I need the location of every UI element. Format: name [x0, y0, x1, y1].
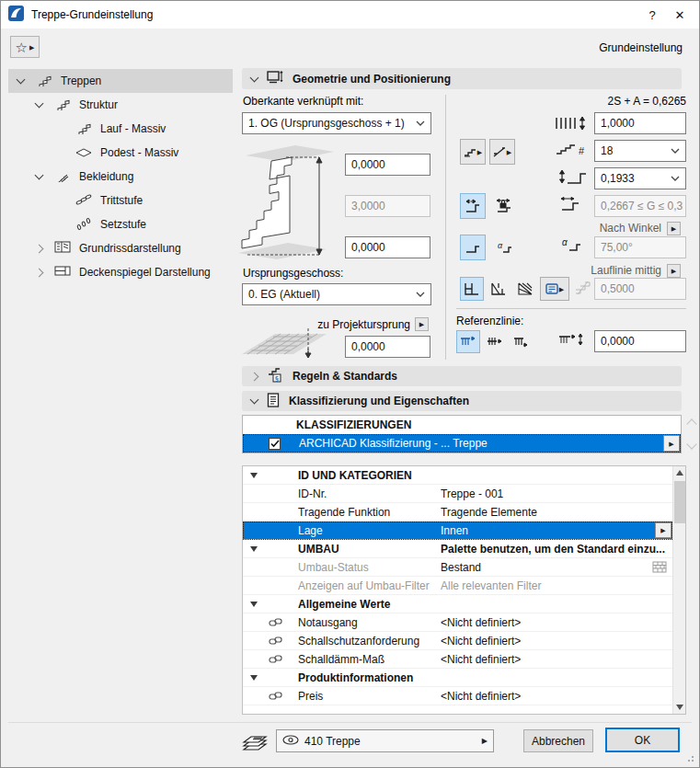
plan-options-button[interactable]: ▶ — [540, 277, 569, 301]
chevron-down-icon — [671, 176, 680, 181]
close-button[interactable]: ✕ — [666, 2, 694, 28]
stair-plan-winder-icon — [517, 281, 534, 296]
ref-left-toggle[interactable] — [456, 330, 480, 353]
classifications-header-row: KLASSIFIZIERUNGEN — [243, 416, 681, 434]
property-row[interactable]: Umbau-Status Bestand — [243, 558, 672, 577]
layers-icon — [242, 731, 270, 754]
tread-locked-toggle[interactable] — [491, 193, 517, 219]
tread-auto-toggle[interactable] — [460, 193, 486, 219]
link-icon — [269, 653, 282, 666]
by-angle-label: Nach Winkel — [553, 222, 661, 235]
by-angle-flyout-button[interactable]: ▶ — [667, 222, 681, 235]
property-label: Anzeigen auf Umbau-Filter — [298, 579, 441, 592]
settings-tree: Treppen Struktur Lauf - Massiv Podest - … — [8, 69, 233, 284]
chevron-right-icon[interactable] — [35, 268, 44, 277]
group-collapse-icon[interactable] — [250, 546, 258, 552]
project-origin-flyout-button[interactable]: ▶ — [415, 317, 429, 331]
tree-item-struktur[interactable]: Struktur — [8, 93, 233, 117]
tree-item-deckenspiegel[interactable]: Deckenspiegel Darstellung — [8, 260, 233, 284]
property-label: ID-Nr. — [298, 487, 441, 500]
scroll-up-icon[interactable] — [676, 470, 683, 476]
offset-bottom-input[interactable]: 0,0000 — [345, 236, 430, 258]
tread-icon — [75, 192, 93, 209]
property-flyout-button[interactable]: ▶ — [655, 522, 671, 538]
section-rules-header[interactable]: § Regeln & Standards — [242, 366, 682, 386]
property-row[interactable]: Preis <Nicht definiert> — [243, 687, 672, 705]
ok-button[interactable]: OK — [605, 728, 680, 752]
property-group-row[interactable]: Allgemeine Werte — [243, 595, 672, 613]
home-story-select[interactable]: 0. EG (Aktuell) — [242, 283, 431, 305]
riser-count-select[interactable]: 18 — [594, 140, 686, 162]
property-row[interactable]: Notausgang <Nicht definiert> — [243, 613, 672, 632]
checkbox-checked-icon[interactable] — [269, 438, 281, 450]
top-story-select[interactable]: 1. OG (Ursprungsgeschoss + 1) — [242, 112, 431, 134]
cancel-button[interactable]: Abbrechen — [523, 729, 593, 752]
stair-structure-icon — [53, 97, 72, 113]
ref-right-toggle[interactable] — [510, 330, 534, 353]
scroll-up-icon[interactable] — [686, 418, 696, 429]
plan-winder-toggle[interactable] — [513, 277, 537, 301]
property-value: <Nicht definiert> — [441, 690, 672, 703]
plan-l-toggle[interactable] — [487, 277, 511, 301]
tree-item-grundrissdarstellung[interactable]: Grundrissdarstellung — [8, 236, 233, 260]
property-row[interactable]: Schallschutzanforderung <Nicht definiert… — [243, 632, 672, 650]
group-collapse-icon[interactable] — [250, 602, 258, 607]
tree-item-setzstufe[interactable]: Setzstufe — [8, 212, 233, 236]
stair-geometry-method-button[interactable]: ▶ — [460, 139, 486, 165]
offset-top-input[interactable]: 0,0000 — [345, 154, 430, 176]
ceiling-plan-icon — [53, 264, 72, 281]
property-value: <Nicht definiert> — [441, 635, 672, 648]
help-button[interactable]: ? — [638, 2, 666, 28]
stair-width-input[interactable]: 1,0000 — [594, 112, 686, 134]
property-row[interactable]: Anzeigen auf Umbau-Filter Alle relevante… — [243, 577, 672, 595]
tree-item-lauf-massiv[interactable]: Lauf - Massiv — [8, 117, 233, 141]
tree-item-bekleidung[interactable]: Bekleidung — [8, 165, 233, 189]
property-row-selected[interactable]: Lage Innen ▶ — [243, 522, 672, 540]
property-group-row[interactable]: ID UND KATEGORIEN — [243, 466, 672, 485]
chevron-down-icon[interactable] — [35, 99, 44, 109]
classification-flyout-button[interactable]: ▶ — [663, 435, 680, 452]
project-origin-input[interactable]: 0,0000 — [345, 336, 430, 358]
tree-item-label: Deckenspiegel Darstellung — [79, 266, 211, 279]
section-title: Regeln & Standards — [293, 370, 397, 383]
properties-scrollbar[interactable] — [672, 466, 685, 714]
layer-select[interactable]: 410 Treppe ▶ — [276, 729, 494, 752]
scroll-down-icon[interactable] — [676, 705, 683, 710]
walkline-flyout-button[interactable]: ▶ — [667, 264, 681, 278]
chevron-down-icon[interactable] — [17, 75, 26, 85]
offset-bottom-value: 0,0000 — [351, 241, 385, 254]
classifications-header: KLASSIFIZIERUNGEN — [296, 418, 411, 431]
chevron-right-icon[interactable] — [35, 244, 44, 253]
property-group-row[interactable]: UMBAU Palette benutzen, um den Standard … — [243, 540, 672, 558]
property-row[interactable]: Schalldämm-Maß <Nicht definiert> — [243, 650, 672, 669]
chevron-down-icon[interactable] — [35, 171, 44, 180]
step-plain-icon — [465, 241, 481, 254]
resize-grip[interactable] — [686, 754, 694, 762]
group-collapse-icon[interactable] — [250, 675, 258, 681]
reference-line-label: Referenzlinie: — [456, 315, 523, 327]
section-classification-header[interactable]: Klassifizierung und Eigenschaften — [242, 391, 682, 411]
property-row[interactable]: ID-Nr. Treppe - 001 — [243, 485, 672, 503]
group-collapse-icon[interactable] — [250, 473, 258, 478]
riser-height-select[interactable]: 0,1933 — [594, 167, 686, 189]
angle-fixed-toggle[interactable]: α — [491, 235, 517, 260]
angle-free-toggle[interactable] — [460, 235, 486, 260]
ref-offset-input[interactable]: 0,0000 — [594, 330, 686, 352]
tree-item-label: Podest - Massiv — [100, 146, 178, 159]
tree-item-podest-massiv[interactable]: Podest - Massiv — [8, 141, 233, 165]
classification-row[interactable]: ARCHICAD Klassifizierung - ... Treppe ▶ — [243, 434, 681, 453]
property-group-row[interactable]: Produktinformationen — [243, 669, 672, 687]
walkline-label: Lauflinie mittig — [544, 264, 661, 277]
ref-center-toggle[interactable] — [483, 330, 507, 353]
stair-slope-method-button[interactable]: ▶ — [489, 139, 515, 165]
favorites-button[interactable]: ☆ ▶ — [10, 36, 40, 58]
cancel-label: Abbrechen — [532, 735, 585, 748]
scroll-down-icon[interactable] — [686, 439, 696, 449]
section-geometry-header[interactable]: Geometrie und Positionierung — [242, 68, 682, 89]
tree-item-treppen[interactable]: Treppen — [8, 69, 233, 93]
scrollbar-thumb[interactable] — [674, 481, 685, 523]
tree-item-trittstufe[interactable]: Trittstufe — [8, 189, 233, 212]
plan-straight-toggle[interactable] — [460, 277, 484, 301]
archicad-logo-icon — [8, 6, 24, 24]
property-row[interactable]: Tragende Funktion Tragende Elemente — [243, 503, 672, 522]
